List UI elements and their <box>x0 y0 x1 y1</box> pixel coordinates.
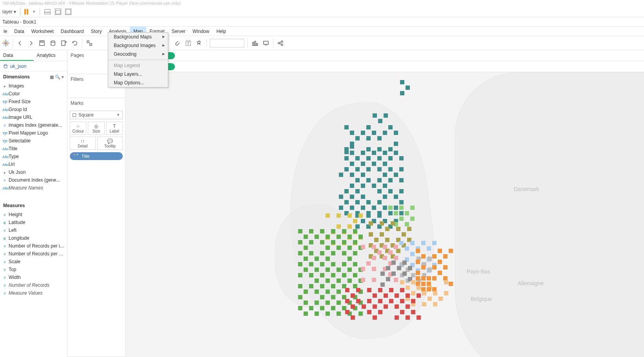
map-mark[interactable] <box>344 147 349 151</box>
map-mark[interactable] <box>339 206 343 210</box>
pin-button[interactable] <box>195 39 203 47</box>
map-mark[interactable] <box>427 246 431 251</box>
map-mark[interactable] <box>428 268 432 272</box>
mark-size[interactable]: ◎Size <box>88 122 104 135</box>
menu-story[interactable]: Story <box>87 27 106 36</box>
map-mark[interactable] <box>298 295 302 299</box>
map-mark[interactable] <box>350 142 354 146</box>
map-mark[interactable] <box>331 240 335 244</box>
datasource-item[interactable]: uk_json <box>0 61 67 72</box>
map-mark[interactable] <box>337 224 341 229</box>
field-group-id[interactable]: AbcGroup Id <box>0 106 67 113</box>
field-color[interactable]: AbcColor <box>0 90 67 98</box>
map-mark[interactable] <box>344 167 349 171</box>
map-mark[interactable] <box>432 241 437 245</box>
map-mark[interactable] <box>369 221 373 226</box>
map-mark[interactable] <box>355 200 360 204</box>
map-mark[interactable] <box>304 301 308 305</box>
field-top[interactable]: #Top <box>0 266 67 273</box>
map-mark[interactable] <box>377 178 382 182</box>
map-mark[interactable] <box>410 252 415 256</box>
map-mark[interactable] <box>361 184 365 188</box>
field-number-of-records-per-i-[interactable]: #Number of Records per i... <box>0 242 67 250</box>
map-mark[interactable] <box>344 125 349 129</box>
map-mark[interactable] <box>337 311 341 316</box>
map-mark[interactable] <box>350 162 354 166</box>
map-mark[interactable] <box>444 291 448 295</box>
map-mark[interactable] <box>304 311 308 316</box>
mark-colour[interactable]: ⁘Colour <box>70 122 86 135</box>
map-mark[interactable] <box>309 273 313 277</box>
field-number-of-records-per-u-[interactable]: #Number of Records per u... <box>0 250 67 258</box>
map-mark[interactable] <box>298 229 302 233</box>
map-mark[interactable] <box>353 273 357 277</box>
refresh-button[interactable] <box>71 39 79 47</box>
map-mark[interactable] <box>405 222 409 226</box>
map-mark[interactable] <box>380 282 385 287</box>
map-mark[interactable] <box>366 167 371 171</box>
map-mark[interactable] <box>380 232 384 237</box>
map-mark[interactable] <box>326 268 330 272</box>
map-mark[interactable] <box>347 213 352 218</box>
map-mark[interactable] <box>337 246 341 250</box>
map-mark[interactable] <box>367 310 371 314</box>
map-mark[interactable] <box>356 288 360 292</box>
map-mark[interactable] <box>378 119 382 123</box>
map-mark[interactable] <box>400 280 404 284</box>
map-mark[interactable] <box>410 241 415 245</box>
map-mark[interactable] <box>342 229 346 233</box>
map-mark[interactable] <box>361 267 365 271</box>
map-mark[interactable] <box>353 219 357 223</box>
map-mark[interactable] <box>428 257 432 261</box>
mark-tooltip[interactable]: 💬Tooltip <box>97 137 123 150</box>
map-mark[interactable] <box>320 306 324 310</box>
menu-dashboard[interactable]: Dashboard <box>57 27 87 36</box>
map-mark[interactable] <box>388 125 393 129</box>
fit-selector[interactable] <box>210 39 244 47</box>
map-mark[interactable] <box>377 147 382 151</box>
map-mark[interactable] <box>373 113 377 118</box>
map-mark[interactable] <box>355 167 360 171</box>
map-mark[interactable] <box>347 235 352 239</box>
columns-shelf[interactable]: Longitude <box>126 50 644 61</box>
map-mark[interactable] <box>397 266 401 270</box>
map-mark[interactable] <box>366 213 371 218</box>
map-mark[interactable] <box>366 261 371 266</box>
map-mark[interactable] <box>394 151 398 155</box>
send-ctrl-alt-del-icon[interactable] <box>44 9 51 15</box>
map-mark[interactable] <box>331 295 335 299</box>
map-mark[interactable] <box>388 211 393 215</box>
map-mark[interactable] <box>331 306 335 310</box>
map-mark[interactable] <box>406 86 410 90</box>
map-mark[interactable] <box>383 162 387 166</box>
map-mark[interactable] <box>383 256 387 260</box>
map-mark[interactable] <box>353 240 357 244</box>
map-mark[interactable] <box>421 276 426 280</box>
map-mark[interactable] <box>366 136 371 140</box>
swap-button[interactable] <box>86 39 93 47</box>
map-mark[interactable] <box>388 167 393 171</box>
map-mark[interactable] <box>353 251 357 255</box>
map-mark[interactable] <box>394 245 398 249</box>
map-mark[interactable] <box>394 278 398 282</box>
map-mark[interactable] <box>304 257 308 261</box>
forward-button[interactable] <box>27 39 35 47</box>
map-mark[interactable] <box>342 240 346 244</box>
map-mark[interactable] <box>388 147 393 151</box>
map-mark[interactable] <box>320 273 324 277</box>
map-mark[interactable] <box>353 229 357 233</box>
map-mark[interactable] <box>366 147 371 151</box>
map-mark[interactable] <box>331 251 335 255</box>
presentation-button[interactable] <box>262 39 270 47</box>
save-button[interactable] <box>38 39 46 47</box>
map-mark[interactable] <box>350 206 354 210</box>
map-mark[interactable] <box>361 278 365 282</box>
map-mark[interactable] <box>351 315 355 320</box>
map-mark[interactable] <box>309 284 313 288</box>
map-mark[interactable] <box>411 299 415 303</box>
map-mark[interactable] <box>400 80 404 84</box>
map-mark[interactable] <box>388 206 393 210</box>
map-mark[interactable] <box>361 219 365 223</box>
map-mark[interactable] <box>326 290 330 294</box>
map-mark[interactable] <box>383 151 387 155</box>
